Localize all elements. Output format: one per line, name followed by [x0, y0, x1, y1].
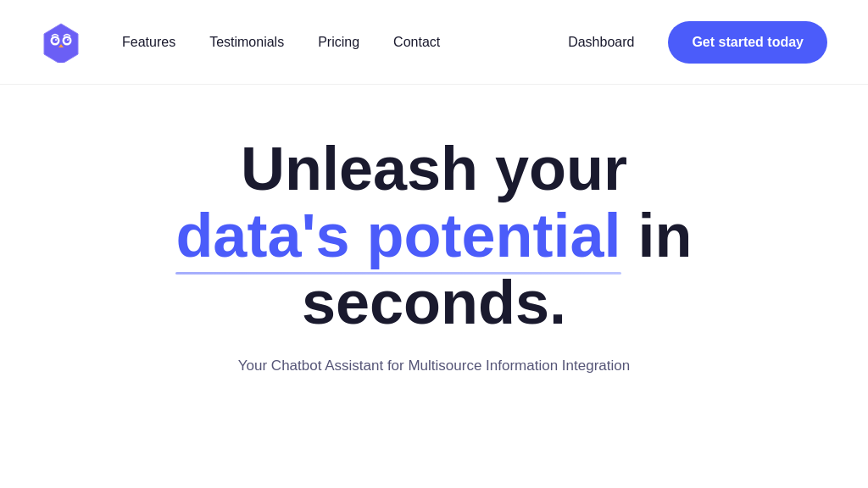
hero-line1: Unleash your — [241, 135, 627, 202]
svg-point-5 — [55, 39, 57, 41]
get-started-button[interactable]: Get started today — [668, 21, 827, 64]
hero-section: Unleash your data's potential in seconds… — [0, 85, 868, 374]
nav-right: Dashboard Get started today — [568, 21, 827, 64]
nav-item-contact[interactable]: Contact — [393, 35, 440, 50]
hero-highlight: data's potential — [175, 202, 620, 269]
svg-point-4 — [64, 38, 70, 43]
nav-link-contact[interactable]: Contact — [393, 35, 440, 49]
svg-point-6 — [67, 39, 69, 41]
hero-line2: in — [638, 202, 693, 269]
nav-link-pricing[interactable]: Pricing — [318, 35, 359, 49]
nav-link-features[interactable]: Features — [122, 35, 175, 49]
nav-item-features[interactable]: Features — [122, 35, 175, 50]
hero-line3: seconds. — [302, 269, 566, 336]
nav-links: Features Testimonials Pricing Contact — [122, 35, 440, 50]
svg-point-3 — [53, 38, 58, 43]
logo-icon — [41, 22, 81, 63]
navbar: Features Testimonials Pricing Contact Da… — [0, 0, 868, 85]
hero-heading: Unleash your data's potential in seconds… — [175, 136, 692, 337]
svg-marker-0 — [44, 24, 78, 63]
hero-subheading: Your Chatbot Assistant for Multisource I… — [238, 358, 630, 374]
nav-item-testimonials[interactable]: Testimonials — [209, 35, 284, 50]
dashboard-link[interactable]: Dashboard — [568, 35, 634, 50]
nav-link-testimonials[interactable]: Testimonials — [209, 35, 284, 49]
logo[interactable] — [41, 22, 81, 63]
nav-left: Features Testimonials Pricing Contact — [41, 22, 440, 63]
nav-item-pricing[interactable]: Pricing — [318, 35, 359, 50]
